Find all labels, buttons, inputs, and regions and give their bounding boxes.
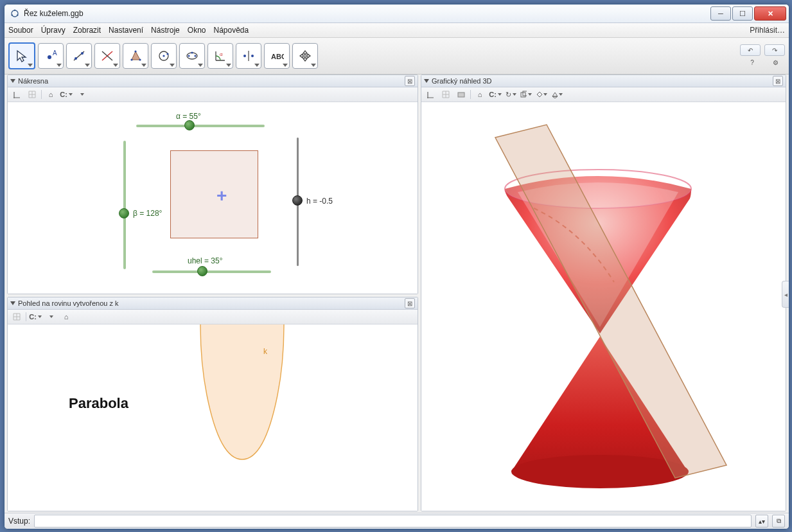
svg-point-8 <box>81 52 84 55</box>
menu-options[interactable]: Nastavení <box>109 26 143 35</box>
curve-type-label: Parabola <box>69 395 128 412</box>
svg-point-32 <box>511 455 689 488</box>
slider-uhel-label: uhel = 35° <box>188 256 223 265</box>
panel-planeview: Pohled na rovinu vytvořenou z k ⊠ C: ⌂ k… <box>7 297 418 511</box>
home-icon[interactable]: ⌂ <box>60 311 73 323</box>
slider-beta-label: β = 128° <box>133 209 162 218</box>
right-column: Grafický náhled 3D ⊠ ⌂ C: ↻ <box>421 75 786 511</box>
side-handle[interactable]: ◂ <box>782 281 789 308</box>
collapse-icon <box>424 79 429 83</box>
panel-planeview-header[interactable]: Pohled na rovinu vytvořenou z k ⊠ <box>8 297 418 310</box>
viewbar-more-icon[interactable] <box>75 89 88 100</box>
slider-beta-track[interactable] <box>123 141 126 269</box>
svg-point-3 <box>12 14 13 15</box>
rectangle-shape[interactable] <box>170 150 258 238</box>
rotate-icon[interactable]: ↻ <box>504 89 517 100</box>
capture-icon[interactable]: C: <box>489 89 502 100</box>
axes-toggle-icon[interactable] <box>10 89 23 100</box>
planeview-viewbar: C: ⌂ <box>8 310 418 324</box>
panel-3d: Grafický náhled 3D ⊠ ⌂ C: ↻ <box>421 75 786 511</box>
window-buttons: ─ ☐ ✕ <box>710 6 786 21</box>
slider-alpha-knob[interactable] <box>184 120 195 130</box>
input-bar: Vstup: ▴▾ ⧉ <box>4 513 789 529</box>
tool-angle[interactable]: α <box>207 43 233 69</box>
slider-beta-knob[interactable] <box>119 208 129 218</box>
menu-file[interactable]: Soubor <box>8 26 33 35</box>
command-input[interactable] <box>34 515 752 528</box>
slider-alpha-track[interactable] <box>136 125 265 127</box>
svg-text:ABC: ABC <box>271 53 284 60</box>
grid-toggle-icon[interactable] <box>10 311 23 323</box>
undo-button[interactable]: ↶ <box>740 44 761 56</box>
slider-uhel-track[interactable] <box>152 270 271 273</box>
planeview-canvas[interactable]: k Parabola <box>8 324 418 511</box>
capture-icon[interactable]: C: <box>60 89 73 100</box>
tool-line[interactable] <box>66 43 92 69</box>
panel-graphics-header[interactable]: Nákresna ⊠ <box>8 75 418 87</box>
svg-text:α: α <box>220 51 223 57</box>
redo-button[interactable]: ↷ <box>764 44 785 56</box>
collapse-icon <box>10 79 15 83</box>
help-icon[interactable]: ? <box>743 57 762 67</box>
toolbar-right: ↶ ↷ ? ⚙ <box>740 44 785 67</box>
projection-icon[interactable] <box>520 89 532 100</box>
tool-text[interactable]: ABC <box>264 43 290 69</box>
svg-point-1 <box>14 10 15 11</box>
axes-toggle-icon[interactable] <box>424 89 437 100</box>
svg-point-14 <box>139 58 141 60</box>
menu-tools[interactable]: Nástroje <box>151 26 180 35</box>
panel-graphics: Nákresna ⊠ ⌂ C: α = 55° <box>7 75 418 294</box>
grid-toggle-icon[interactable] <box>26 89 39 100</box>
tool-reflect[interactable] <box>236 43 261 69</box>
svg-point-7 <box>75 57 77 60</box>
tool-point[interactable]: A <box>38 43 64 69</box>
plane-toggle-icon[interactable] <box>455 89 468 100</box>
menu-view[interactable]: Zobrazit <box>73 26 101 35</box>
menu-window[interactable]: Okno <box>188 26 206 35</box>
capture-icon[interactable]: C: <box>29 311 42 323</box>
grid-toggle-icon[interactable] <box>439 89 452 100</box>
curve-label: k <box>263 347 267 356</box>
inputbar-dropdown-icon[interactable]: ▴▾ <box>755 515 768 528</box>
close-button[interactable]: ✕ <box>754 6 786 21</box>
menu-signin[interactable]: Přihlásit… <box>750 26 785 35</box>
home-icon[interactable]: ⌂ <box>473 89 486 100</box>
toolbar: A α ABC ↶ ↷ ? ⚙ <box>4 38 789 75</box>
graphics-canvas[interactable]: α = 55° β = 128° + h = -0.5 uhel = 35° <box>8 102 418 294</box>
panel-graphics-close[interactable]: ⊠ <box>405 76 415 86</box>
menu-edit[interactable]: Úpravy <box>41 26 66 35</box>
slider-h-knob[interactable] <box>292 195 303 206</box>
panel-3d-header[interactable]: Grafický náhled 3D ⊠ <box>421 75 786 87</box>
titlebar: Řez kuželem.ggb ─ ☐ ✕ <box>4 4 789 23</box>
svg-point-20 <box>195 55 197 57</box>
svg-point-21 <box>191 52 193 54</box>
svg-point-0 <box>12 10 18 17</box>
svg-point-16 <box>163 55 164 57</box>
maximize-button[interactable]: ☐ <box>732 6 753 21</box>
minimize-button[interactable]: ─ <box>710 6 731 21</box>
clipping-icon[interactable] <box>535 89 548 100</box>
home-icon[interactable]: ⌂ <box>44 89 57 100</box>
svg-point-17 <box>166 53 168 55</box>
svg-rect-29 <box>523 91 527 96</box>
tool-polygon[interactable] <box>123 43 148 69</box>
tool-move-view[interactable] <box>292 43 318 69</box>
view3d-canvas[interactable] <box>421 102 786 511</box>
slider-uhel-knob[interactable] <box>197 266 207 276</box>
app-window: Řez kuželem.ggb ─ ☐ ✕ Soubor Úpravy Zobr… <box>4 4 789 529</box>
settings-icon[interactable]: ⚙ <box>766 57 785 67</box>
svg-rect-27 <box>458 93 464 97</box>
tool-circle[interactable] <box>151 43 177 69</box>
tool-move[interactable] <box>8 42 35 69</box>
tool-perpendicular[interactable] <box>94 43 120 69</box>
panel-planeview-title: Pohled na rovinu vytvořenou z k <box>18 299 119 307</box>
tool-ellipse[interactable] <box>179 43 205 69</box>
view-direction-icon[interactable] <box>550 89 563 100</box>
menu-help[interactable]: Nápověda <box>213 26 249 35</box>
inputbar-help-icon[interactable]: ⧉ <box>772 515 785 528</box>
panel-graphics-title: Nákresna <box>18 77 48 85</box>
panel-3d-close[interactable]: ⊠ <box>773 76 783 86</box>
viewbar-more-icon[interactable] <box>44 311 57 323</box>
svg-point-2 <box>17 14 18 15</box>
panel-planeview-close[interactable]: ⊠ <box>405 298 415 308</box>
